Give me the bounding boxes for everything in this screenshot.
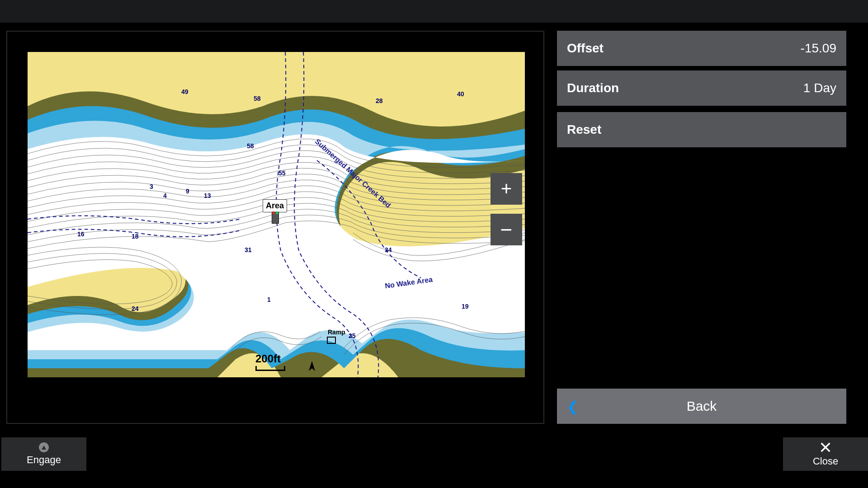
boat-icon: [272, 212, 279, 224]
chevron-left-icon: ❮: [567, 399, 578, 414]
ramp-label: Ramp: [328, 328, 345, 336]
depth-number: 1: [267, 296, 271, 303]
duration-value: 1 Day: [803, 81, 836, 95]
zoom-in-button[interactable]: +: [491, 173, 522, 205]
back-button[interactable]: ❮ Back: [557, 389, 846, 424]
depth-number: 4: [163, 192, 167, 199]
engage-icon: [39, 442, 49, 452]
ramp-icon: [327, 337, 336, 344]
svg-marker-1: [309, 361, 315, 371]
map-frame: Area Ramp No Wake Area Submerged Major C…: [6, 31, 544, 424]
depth-number: 9: [186, 188, 189, 195]
main-area: Area Ramp No Wake Area Submerged Major C…: [0, 23, 868, 429]
offset-menu-item[interactable]: Offset -15.09: [557, 31, 846, 66]
top-bar: [0, 0, 868, 23]
depth-number: 34: [385, 246, 392, 253]
area-marker-label[interactable]: Area: [263, 199, 287, 212]
duration-label: Duration: [567, 81, 619, 95]
reset-label: Reset: [567, 122, 601, 137]
scale-label: 200ft: [255, 352, 281, 365]
reset-menu-item[interactable]: Reset: [557, 112, 846, 147]
depth-number: 13: [204, 192, 211, 199]
offset-value: -15.09: [801, 41, 836, 56]
depth-number: 18: [132, 233, 139, 240]
close-button[interactable]: Close: [783, 437, 868, 471]
depth-number: 28: [376, 97, 383, 104]
depth-number: 19: [462, 303, 469, 310]
depth-number: 31: [245, 246, 252, 253]
close-icon: [819, 441, 832, 454]
settings-panel: Offset -15.09 Duration 1 Day Reset ❮ Bac…: [557, 31, 855, 424]
close-label: Close: [813, 455, 838, 467]
engage-button[interactable]: Engage: [1, 437, 86, 471]
scale-bar-icon: [255, 366, 285, 371]
depth-number: 16: [77, 230, 85, 238]
north-arrow-icon: [308, 361, 316, 371]
depth-number: 3: [150, 183, 153, 190]
depth-number: 55: [278, 169, 286, 177]
depth-number: 58: [254, 95, 261, 102]
depth-number: 49: [181, 88, 189, 95]
depth-number: 58: [247, 142, 254, 150]
zoom-controls: + −: [491, 173, 522, 254]
depth-number: 40: [457, 90, 464, 98]
duration-menu-item[interactable]: Duration 1 Day: [557, 70, 846, 106]
offset-label: Offset: [567, 41, 604, 56]
back-label: Back: [687, 399, 717, 414]
nautical-chart[interactable]: Area Ramp No Wake Area Submerged Major C…: [28, 52, 525, 377]
depth-number: 25: [349, 332, 356, 339]
scale-indicator: 200ft: [255, 352, 285, 371]
depth-number: 24: [132, 305, 139, 312]
plus-icon: +: [501, 178, 512, 200]
engage-label: Engage: [27, 454, 61, 466]
zoom-out-button[interactable]: −: [491, 214, 522, 245]
bottom-bar: Engage Close: [0, 434, 868, 488]
